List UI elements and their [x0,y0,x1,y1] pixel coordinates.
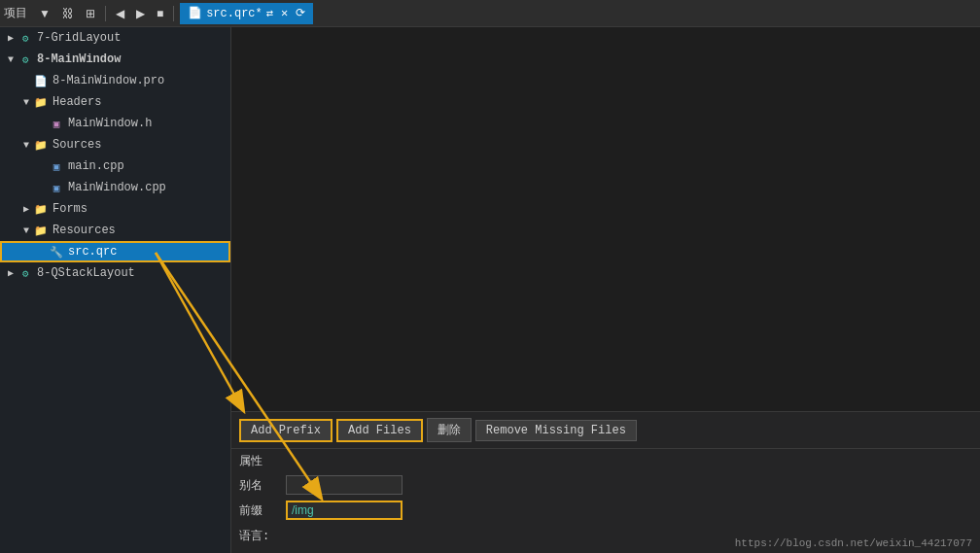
tree-arrow-headers: ▼ [19,97,33,108]
separator-2 [173,6,174,21]
qrc-editor [231,27,980,411]
top-toolbar: 项目 ▼ ⛓ ⊞ ◀ ▶ ■ 📄 src.qrc* ⇄ ✕ ⟳ [0,0,980,27]
sidebar-label-mainwindow-cpp: MainWindow.cpp [68,181,166,194]
tree-arrow-sources: ▼ [19,140,33,151]
tree-icon-8-mainwindow: ⚙ [18,52,33,67]
tree-icon-forms: 📁 [33,201,49,217]
tree-icon-main-cpp: ▣ [49,158,64,174]
tree-arrow-resources: ▼ [19,225,33,236]
remove-missing-button[interactable]: Remove Missing Files [475,420,637,441]
stop-btn[interactable]: ■ [153,5,167,22]
separator-1 [105,6,106,21]
sidebar-item-forms[interactable]: ▶📁Forms [0,198,230,220]
sidebar-item-src-qrc[interactable]: 🔧src.qrc [0,241,230,262]
sidebar-label-8-mainwindow: 8-MainWindow [37,52,121,66]
tree-arrow-7-gridlayout: ▶ [4,32,18,44]
tree-icon-sources: 📁 [33,137,49,153]
split-btn[interactable]: ⊞ [82,5,99,22]
add-files-button[interactable]: Add Files [336,419,423,442]
active-file-name: src.qrc* [206,7,262,20]
alias-row: 别名 [239,473,972,497]
alias-input[interactable] [286,475,402,495]
sidebar-label-8-qstacklayout: 8-QStackLayout [37,266,135,280]
sidebar-label-src-qrc: src.qrc [68,245,117,259]
tree-icon-headers: 📁 [33,94,49,110]
arrow-overlay [231,27,980,411]
link-btn[interactable]: ⛓ [58,5,78,22]
sidebar-item-mainwindow-cpp[interactable]: ▣MainWindow.cpp [0,177,230,198]
delete-button[interactable]: 删除 [427,418,472,442]
sidebar-item-8-qstacklayout[interactable]: ▶⚙8-QStackLayout [0,262,230,284]
project-sidebar: ▶⚙7-GridLayout▼⚙8-MainWindow📄8-MainWindo… [0,27,231,553]
sidebar-item-8-mainwindow[interactable]: ▼⚙8-MainWindow [0,49,230,70]
file-icon: 📄 [188,6,202,20]
sidebar-label-main-cpp: main.cpp [68,159,124,173]
prefix-label: 前缀 [239,502,278,519]
alias-label: 别名 [239,477,278,494]
sidebar-label-sources: Sources [52,138,101,152]
project-label: 项目 [4,5,27,21]
tree-icon-mainwindow-h: ▣ [49,116,64,131]
sidebar-label-7-gridlayout: 7-GridLayout [37,31,121,45]
refresh-icon: ⟳ [296,6,305,20]
watermark: https://blog.csdn.net/weixin_44217077 [735,537,972,549]
nav-arrows: ⇄ [266,6,273,20]
tree-icon-8-qstacklayout: ⚙ [18,265,33,281]
sidebar-item-resources[interactable]: ▼📁Resources [0,220,230,241]
lang-label: 语言: [239,528,278,544]
tree-icon-mainwindow-cpp: ▣ [49,180,64,195]
active-file-tab[interactable]: 📄 src.qrc* ⇄ ✕ ⟳ [180,3,313,24]
tree-icon-src-qrc: 🔧 [49,244,64,259]
sidebar-item-sources[interactable]: ▼📁Sources [0,134,230,156]
tree-arrow-8-mainwindow: ▼ [4,54,18,65]
sidebar-label-forms: Forms [52,202,88,216]
main-layout: ▶⚙7-GridLayout▼⚙8-MainWindow📄8-MainWindo… [0,27,980,553]
prefix-input[interactable] [286,501,402,520]
nav-forward-btn[interactable]: ▶ [132,5,149,22]
close-tab-btn[interactable]: ✕ [277,4,292,22]
sidebar-item-main-cpp[interactable]: ▣main.cpp [0,156,230,177]
content-area: Add Prefix Add Files 删除 Remove Missing F… [231,27,980,553]
sidebar-item-8-mainwindow-pro[interactable]: 📄8-MainWindow.pro [0,70,230,91]
sidebar-item-mainwindow-h[interactable]: ▣MainWindow.h [0,113,230,134]
prefix-row: 前缀 [239,499,972,522]
sidebar-label-resources: Resources [52,224,116,237]
tree-icon-7-gridlayout: ⚙ [18,30,33,46]
tree-arrow-8-qstacklayout: ▶ [4,267,18,279]
add-prefix-button[interactable]: Add Prefix [239,419,332,442]
sidebar-item-7-gridlayout[interactable]: ▶⚙7-GridLayout [0,27,230,49]
filter-btn[interactable]: ▼ [35,5,54,22]
tree-icon-resources: 📁 [33,223,49,238]
tree-arrow-forms: ▶ [19,203,33,215]
sidebar-item-headers[interactable]: ▼📁Headers [0,91,230,113]
action-toolbar: Add Prefix Add Files 删除 Remove Missing F… [231,412,980,448]
sidebar-label-8-mainwindow-pro: 8-MainWindow.pro [52,74,164,87]
sidebar-label-mainwindow-h: MainWindow.h [68,117,152,130]
properties-title: 属性 [239,453,972,469]
sidebar-label-headers: Headers [52,95,101,109]
nav-back-btn[interactable]: ◀ [112,5,128,22]
bottom-panel: Add Prefix Add Files 删除 Remove Missing F… [231,411,980,553]
tree-icon-8-mainwindow-pro: 📄 [33,73,49,88]
